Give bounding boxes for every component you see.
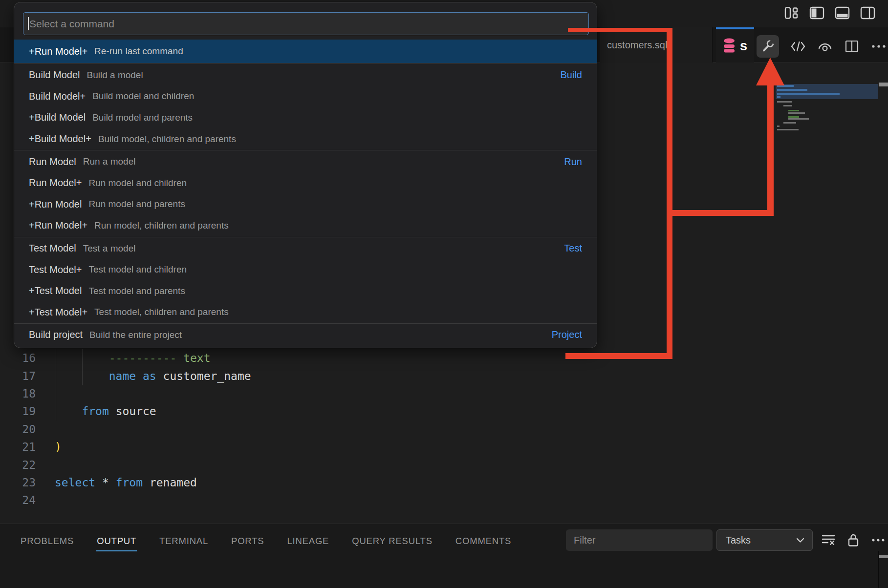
panel-tabs: PROBLEMSOUTPUTTERMINALPORTSLINEAGEQUERY … <box>21 530 511 552</box>
lock-icon[interactable] <box>846 533 861 547</box>
command-label: Build Model <box>29 69 80 81</box>
panel-tab-problems[interactable]: PROBLEMS <box>21 536 74 546</box>
command-list-item[interactable]: Test Model+ Test model and children <box>14 259 597 280</box>
command-list-item[interactable]: Build Model+ Build model and children <box>14 86 597 107</box>
code-line: 24 <box>0 491 440 509</box>
command-description: Build model and parents <box>92 112 193 123</box>
code-text: from source <box>36 405 156 418</box>
clear-output-icon[interactable] <box>821 533 836 547</box>
split-editor-icon[interactable] <box>844 39 860 54</box>
code-line: 21 ) <box>0 438 440 456</box>
command-list-item[interactable]: +Build Model+ Build model, children and … <box>14 128 597 150</box>
editor-scrollbar-thumb[interactable] <box>879 83 888 86</box>
command-description: Run model and parents <box>88 199 185 210</box>
command-list-item[interactable]: Run Model Run a model Run <box>14 151 597 172</box>
filter-input[interactable]: Filter <box>566 529 713 551</box>
command-input[interactable]: Select a command <box>23 12 589 35</box>
code-line: 16 ---------- text <box>0 349 440 367</box>
code-text: ) <box>36 441 62 453</box>
code-text: name as customer_name <box>36 370 251 382</box>
command-list-item[interactable]: +Run Model+ Re-run last command <box>14 40 597 63</box>
minimap-code-bar <box>777 89 807 91</box>
command-input-placeholder: Select a command <box>29 18 114 30</box>
panel-corner-separator <box>878 551 879 588</box>
line-number: 24 <box>0 494 36 506</box>
command-list-item[interactable]: Build Model Build a model Build <box>14 64 597 86</box>
command-list-item[interactable]: +Test Model+ Test model, children and pa… <box>14 302 597 323</box>
command-description: Re-run last command <box>94 46 183 57</box>
command-description: Build a model <box>87 70 143 81</box>
command-list-item[interactable]: +Test Model Test model and parents <box>14 280 597 302</box>
command-label: +Test Model+ <box>29 307 87 318</box>
tab-customers-sql[interactable]: customers.sql <box>600 27 713 63</box>
panel-tab-terminal[interactable]: TERMINAL <box>159 536 208 546</box>
command-label: +Run Model+ <box>29 46 87 57</box>
command-description: Build the entire project <box>89 330 182 340</box>
annotation-line-middle <box>667 210 774 216</box>
toggle-primary-sidebar-icon[interactable] <box>809 5 824 21</box>
command-group-badge: Build <box>561 69 582 81</box>
command-palette: Select a command +Run Model+ Re-run last… <box>14 2 597 348</box>
command-list-item[interactable]: Clean project Run `dbt clean` <box>14 346 597 348</box>
command-group-badge: Project <box>552 329 582 340</box>
command-list: +Run Model+ Re-run last command Build Mo… <box>14 40 597 348</box>
minimap-code-bar <box>788 110 799 111</box>
command-group-badge: Test <box>564 243 582 254</box>
editor-scrollbar[interactable] <box>878 63 888 524</box>
toggle-panel-icon[interactable] <box>835 5 850 21</box>
command-list-item[interactable]: Build project Build the entire project P… <box>14 324 597 346</box>
tasks-dropdown-label: Tasks <box>726 535 751 546</box>
minimap-code-bar <box>777 101 792 103</box>
more-icon[interactable] <box>871 533 886 547</box>
command-list-item[interactable]: +Build Model Build model and parents <box>14 107 597 128</box>
command-group-divider <box>14 237 597 237</box>
code-icon[interactable] <box>790 39 806 54</box>
panel-tab-query-results[interactable]: QUERY RESULTS <box>352 536 433 546</box>
chevron-down-icon <box>796 538 804 543</box>
panel-tab-comments[interactable]: COMMENTS <box>455 536 511 546</box>
titlebar-layout-controls <box>784 5 875 21</box>
command-list-item[interactable]: Run Model+ Run model and children <box>14 172 597 194</box>
command-description: Build model, children and parents <box>98 134 236 145</box>
side-editor-tab[interactable]: s <box>716 27 754 63</box>
filter-placeholder: Filter <box>574 535 595 546</box>
line-number: 18 <box>0 387 36 400</box>
minimap-code-bar <box>783 105 792 106</box>
minimap[interactable] <box>776 73 878 138</box>
panel-tab-output[interactable]: OUTPUT <box>97 536 136 546</box>
toggle-secondary-sidebar-icon[interactable] <box>860 5 875 21</box>
line-number: 16 <box>0 352 36 364</box>
customize-layout-icon[interactable] <box>784 5 799 21</box>
more-actions-icon[interactable] <box>871 39 887 54</box>
command-label: +Build Model+ <box>29 133 91 145</box>
command-list-item[interactable]: +Run Model+ Run model, children and pare… <box>14 215 597 236</box>
annotation-arrowhead <box>756 58 784 85</box>
command-label: Build Model+ <box>29 91 86 102</box>
command-description: Test model and parents <box>88 286 185 296</box>
command-description: Run model, children and parents <box>94 220 229 231</box>
command-label: +Run Model+ <box>29 220 87 231</box>
wrench-icon <box>760 39 775 54</box>
side-tab-label: s <box>740 39 747 54</box>
wrench-button[interactable] <box>757 35 779 58</box>
code-area[interactable]: 16 ---------- text 17 name as customer_n… <box>0 349 440 509</box>
code-line: 20 <box>0 420 440 438</box>
command-list-item[interactable]: Test Model Test a model Test <box>14 238 597 259</box>
command-label: +Run Model <box>29 199 82 210</box>
command-list-item[interactable]: +Run Model Run model and parents <box>14 194 597 215</box>
editor-actions-toolbar <box>757 35 887 58</box>
panel-scrollbar-thumb[interactable] <box>879 555 888 558</box>
command-label: Test Model+ <box>29 264 82 275</box>
tasks-dropdown[interactable]: Tasks <box>716 529 813 551</box>
minimap-code-bar <box>777 126 780 127</box>
database-icon <box>723 38 736 54</box>
line-number: 17 <box>0 370 36 382</box>
panel-tab-lineage[interactable]: LINEAGE <box>287 536 329 546</box>
annotation-line-bottom <box>565 353 672 359</box>
code-text: ---------- text <box>36 352 211 364</box>
annotation-line-vertical <box>667 28 672 359</box>
panel-tab-ports[interactable]: PORTS <box>231 536 264 546</box>
minimap-code-bar <box>788 118 809 120</box>
preview-eye-icon[interactable] <box>817 39 833 54</box>
code-line: 22 <box>0 456 440 473</box>
